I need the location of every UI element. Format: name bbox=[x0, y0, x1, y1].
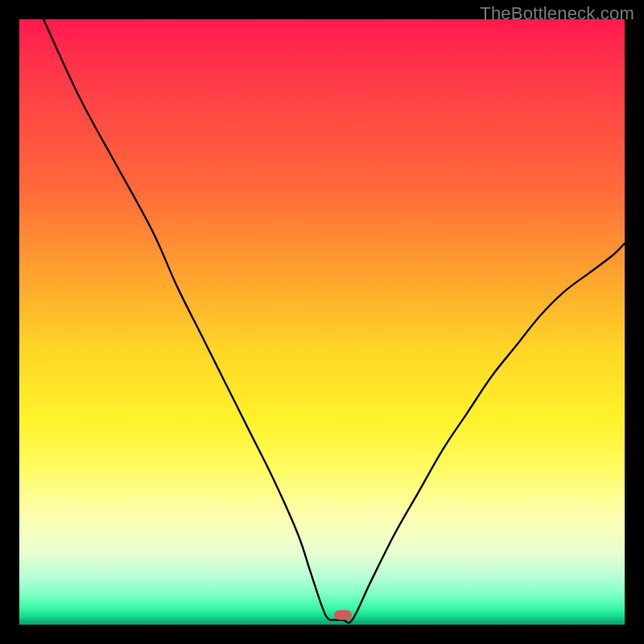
curve-path bbox=[43, 19, 625, 623]
chart-frame: TheBottleneck.com bbox=[0, 0, 644, 644]
watermark-text: TheBottleneck.com bbox=[480, 3, 634, 24]
minimum-marker bbox=[334, 610, 352, 620]
bottleneck-curve bbox=[19, 19, 625, 625]
plot-area bbox=[19, 19, 625, 625]
